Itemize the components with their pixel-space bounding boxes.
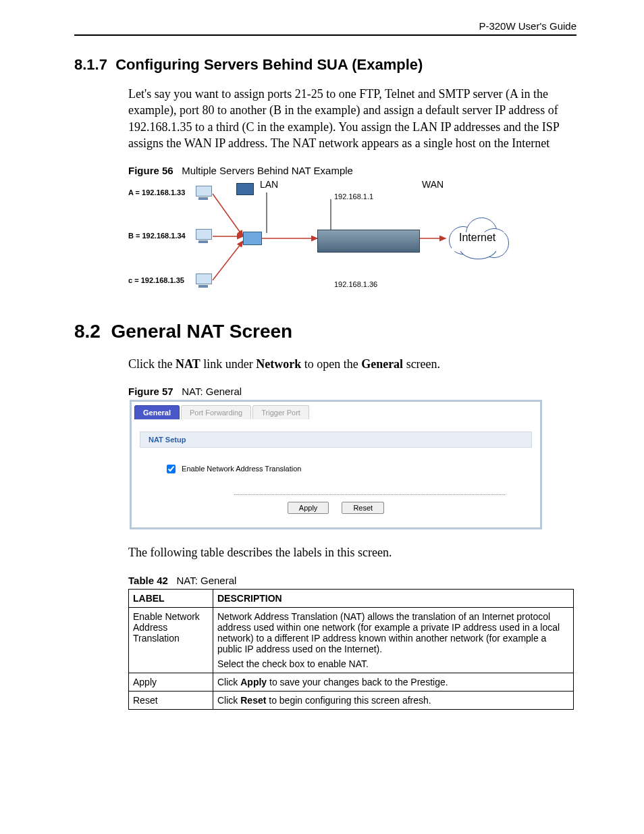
cell-label: Apply xyxy=(129,673,213,691)
section-817-heading: 8.1.7 Configuring Servers Behind SUA (Ex… xyxy=(74,56,576,74)
cell-label: Enable Network Address Translation xyxy=(129,607,213,673)
table-42-text: NAT: General xyxy=(176,575,236,586)
th-label: LABEL xyxy=(129,589,213,607)
header-rule xyxy=(74,34,576,36)
tab-port-forwarding[interactable]: Port Forwarding xyxy=(181,405,251,419)
table-intro: The following table describes the labels… xyxy=(128,544,576,561)
svg-line-0 xyxy=(213,194,243,236)
table-42-caption: Table 42 NAT: General xyxy=(128,575,576,586)
table-42: LABEL DESCRIPTION Enable Network Address… xyxy=(128,589,574,710)
table-42-label: Table 42 xyxy=(128,575,168,586)
table-row: Apply Click Apply to save your changes b… xyxy=(129,673,574,691)
nat-setup-panel: NAT Setup Enable Network Address Transla… xyxy=(132,419,540,527)
apply-bold: Apply xyxy=(240,677,267,687)
figure-56-diagram: LAN WAN 192.168.1.1 A = 192.168.1.33 B =… xyxy=(128,179,506,301)
table-row: Reset Click Reset to begin configuring t… xyxy=(129,691,574,709)
section-title: Configuring Servers Behind SUA (Example) xyxy=(115,56,423,73)
text: link under xyxy=(200,357,257,371)
enable-nat-label: Enable Network Address Translation xyxy=(182,465,301,473)
wan-label: WAN xyxy=(422,179,444,190)
th-description: DESCRIPTION xyxy=(213,589,574,607)
host-c-label: c = 192.168.1.35 xyxy=(128,276,184,284)
host-b-label: B = 192.168.1.34 xyxy=(128,232,186,240)
inside-ip: 192.168.1.36 xyxy=(334,280,377,288)
figure-57-label: Figure 57 xyxy=(128,386,173,397)
host-a-label: A = 192.168.1.33 xyxy=(128,188,185,197)
section-82-intro: Click the NAT link under Network to open… xyxy=(128,356,576,372)
divider xyxy=(234,494,505,495)
network-menu: Network xyxy=(256,357,301,371)
reset-bold: Reset xyxy=(240,695,266,706)
nat-link: NAT xyxy=(176,357,200,371)
pc-c-icon xyxy=(196,273,211,287)
section-title: General NAT Screen xyxy=(111,321,293,342)
figure-57-text: NAT: General xyxy=(182,386,242,397)
nat-general-screenshot: General Port Forwarding Trigger Port NAT… xyxy=(130,400,542,529)
text: Click xyxy=(217,695,240,706)
section-817-paragraph: Let's say you want to assign ports 21-25… xyxy=(128,86,576,151)
router-icon xyxy=(317,230,420,253)
general-screen: General xyxy=(361,357,403,371)
table-row: Enable Network Address Translation Netwo… xyxy=(129,607,574,673)
desc-p2: Select the check box to enable NAT. xyxy=(217,658,569,669)
cell-description: Click Apply to save your changes back to… xyxy=(213,673,574,691)
tab-general[interactable]: General xyxy=(134,405,180,419)
figure-56-text: Multiple Servers Behind NAT Example xyxy=(182,165,353,176)
gateway-ip: 192.168.1.1 xyxy=(334,192,373,201)
enable-nat-checkbox[interactable] xyxy=(167,465,176,473)
ap-icon xyxy=(236,183,254,195)
svg-line-2 xyxy=(213,241,243,280)
cell-description: Click Reset to begin configuring this sc… xyxy=(213,691,574,709)
switch-icon xyxy=(243,232,262,245)
tab-bar: General Port Forwarding Trigger Port xyxy=(132,402,540,419)
section-number: 8.2 xyxy=(74,321,101,342)
panel-header: NAT Setup xyxy=(140,432,532,448)
section-number: 8.1.7 xyxy=(74,56,107,73)
desc-p1: Network Address Translation (NAT) allows… xyxy=(217,611,569,654)
figure-56-label: Figure 56 xyxy=(128,165,173,176)
internet-label: Internet xyxy=(459,232,495,244)
pc-b-icon xyxy=(196,229,211,242)
text: Click the xyxy=(128,357,176,371)
cell-label: Reset xyxy=(129,691,213,709)
table-header-row: LABEL DESCRIPTION xyxy=(129,589,574,607)
lan-label: LAN xyxy=(260,179,278,190)
text: to open the xyxy=(301,357,361,371)
doc-header: P-320W User's Guide xyxy=(74,20,576,32)
enable-nat-row[interactable]: Enable Network Address Translation xyxy=(164,465,301,473)
cell-description: Network Address Translation (NAT) allows… xyxy=(213,607,574,673)
tab-trigger-port[interactable]: Trigger Port xyxy=(252,405,309,419)
figure-57-caption: Figure 57 NAT: General xyxy=(128,386,576,397)
figure-56-caption: Figure 56 Multiple Servers Behind NAT Ex… xyxy=(128,165,576,176)
pc-a-icon xyxy=(196,186,211,199)
text: screen. xyxy=(403,357,440,371)
text: to begin configuring this screen afresh. xyxy=(266,695,431,706)
section-82-heading: 8.2 General NAT Screen xyxy=(74,321,576,342)
reset-button[interactable]: Reset xyxy=(342,502,384,514)
text: Click xyxy=(217,677,240,687)
apply-button[interactable]: Apply xyxy=(288,502,329,514)
text: to save your changes back to the Prestig… xyxy=(267,677,448,687)
